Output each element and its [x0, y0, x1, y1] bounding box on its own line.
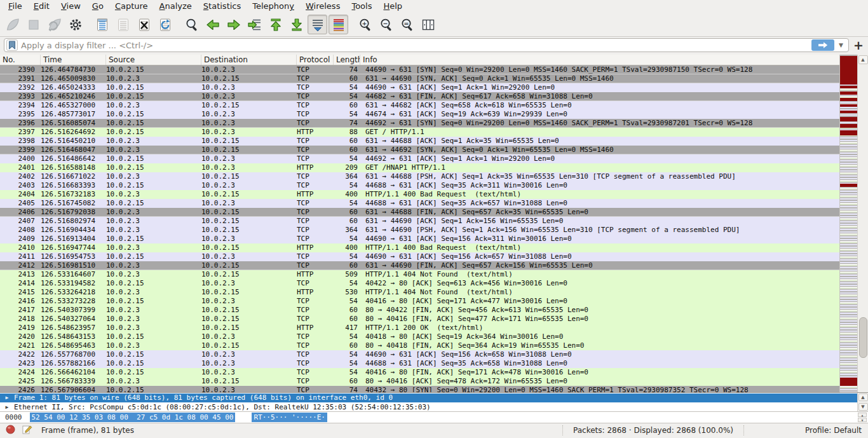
packet-row[interactable]: 2406126.51679203810.0.2.310.0.2.15TCP606…: [0, 208, 839, 217]
packet-row[interactable]: 2392126.46502433310.0.2.1510.0.2.3TCP544…: [0, 83, 839, 92]
zoom-out-icon[interactable]: −: [376, 15, 396, 34]
packet-row[interactable]: 2425126.56678333910.0.2.310.0.2.15TCP608…: [0, 377, 839, 386]
hex-bytes[interactable]: 52 54 00 12 35 03 08 00 27 c5 0d 1c 08 0…: [30, 413, 236, 422]
packet-row[interactable]: 2411126.51695475310.0.2.1510.0.2.3TCP544…: [0, 252, 839, 261]
detail-line[interactable]: ▶Ethernet II, Src: PcsCompu c5:0d:1c (08…: [0, 403, 857, 411]
column-header-time[interactable]: Time: [41, 55, 106, 65]
menu-analyze[interactable]: Analyze: [154, 1, 198, 12]
menu-tools[interactable]: Tools: [346, 1, 377, 12]
column-header-source[interactable]: Source: [106, 55, 201, 65]
packet-row[interactable]: 2420126.54864315310.0.2.1510.0.2.3TCP544…: [0, 332, 839, 341]
packet-row[interactable]: 2404126.51673218310.0.2.310.0.2.15HTTP40…: [0, 190, 839, 199]
menu-telephony[interactable]: Telephony: [247, 1, 300, 12]
apply-filter-button[interactable]: [811, 39, 834, 51]
stop-capture-icon[interactable]: [24, 15, 43, 34]
menu-go[interactable]: Go: [86, 1, 109, 12]
packet-row[interactable]: 2398126.51645021010.0.2.310.0.2.15TCP606…: [0, 137, 839, 146]
bytes-scroll-down-icon[interactable]: ▼: [858, 418, 867, 422]
reload-file-icon[interactable]: [155, 15, 175, 34]
go-last-icon[interactable]: [287, 15, 306, 34]
packet-row[interactable]: 2413126.53316460710.0.2.310.0.2.15HTTP50…: [0, 270, 839, 279]
detail-line[interactable]: ▶Frame 1: 81 bytes on wire (648 bits), 8…: [0, 394, 857, 402]
packet-row[interactable]: 2412126.51698151010.0.2.310.0.2.15TCP606…: [0, 261, 839, 270]
packet-src: 10.0.2.3: [106, 270, 201, 279]
packet-row[interactable]: 2402126.51667102210.0.2.310.0.2.15TCP364…: [0, 172, 839, 181]
expand-arrow-icon[interactable]: ▶: [0, 394, 14, 402]
packet-row[interactable]: 2416126.53327322810.0.2.1510.0.2.3TCP544…: [0, 297, 839, 306]
packet-row[interactable]: 2403126.51668339310.0.2.1510.0.2.3TCP544…: [0, 181, 839, 190]
packet-row[interactable]: 2407126.51680297410.0.2.310.0.2.15TCP606…: [0, 217, 839, 226]
packet-row[interactable]: 2417126.54030739910.0.2.310.0.2.15TCP608…: [0, 306, 839, 315]
hex-ascii[interactable]: RT··5··· '·····E·: [252, 413, 327, 422]
display-filter-input[interactable]: Apply a display filter ... <Ctrl-/> ▼: [4, 38, 849, 52]
go-forward-icon[interactable]: [224, 15, 243, 34]
packet-row[interactable]: 2409126.51691340410.0.2.1510.0.2.3TCP544…: [0, 235, 839, 243]
packet-row[interactable]: 2418126.54032706410.0.2.310.0.2.15TCP608…: [0, 315, 839, 324]
start-capture-icon[interactable]: [3, 15, 22, 34]
status-profile[interactable]: Profile: Default: [805, 426, 862, 435]
packet-row[interactable]: 2421126.54869546310.0.2.310.0.2.15TCP608…: [0, 341, 839, 350]
resize-columns-icon[interactable]: [418, 15, 438, 34]
menu-help[interactable]: Help: [377, 1, 408, 12]
packet-row[interactable]: 2395126.48577301710.0.2.1510.0.2.3TCP544…: [0, 110, 839, 119]
packet-list-scrollbar[interactable]: ▲: [857, 55, 868, 392]
go-back-icon[interactable]: [203, 15, 222, 34]
menu-file[interactable]: File: [3, 1, 28, 12]
bytes-scroll-up-icon[interactable]: ▲: [858, 413, 867, 417]
details-scrollbar[interactable]: ▲ ▼: [857, 393, 868, 411]
packet-row[interactable]: 2391126.46500983010.0.2.310.0.2.15TCP606…: [0, 74, 839, 83]
packet-row[interactable]: 2394126.46532700010.0.2.310.0.2.15TCP606…: [0, 101, 839, 110]
menu-view[interactable]: View: [55, 1, 86, 12]
colorize-icon[interactable]: [329, 15, 348, 34]
expand-arrow-icon[interactable]: ▶: [0, 403, 14, 411]
column-header-no[interactable]: No.: [0, 55, 41, 65]
add-filter-button[interactable]: +: [853, 39, 864, 51]
go-first-icon[interactable]: [266, 15, 285, 34]
expert-info-icon[interactable]: [5, 424, 16, 437]
packet-row[interactable]: 2419126.54862395710.0.2.310.0.2.15HTTP41…: [0, 324, 839, 332]
packet-row[interactable]: 2399126.51646804710.0.2.310.0.2.15TCP606…: [0, 146, 839, 154]
packet-row[interactable]: 2390126.46478473010.0.2.1510.0.2.3TCP744…: [0, 65, 839, 74]
auto-scroll-icon[interactable]: [308, 15, 327, 34]
menu-wireless[interactable]: Wireless: [300, 1, 346, 12]
packet-row[interactable]: 2424126.56646210410.0.2.1510.0.2.3TCP544…: [0, 368, 839, 377]
packet-row[interactable]: 2415126.53326421810.0.2.310.0.2.15HTTP53…: [0, 288, 839, 297]
packet-minimap[interactable]: [839, 55, 857, 392]
menu-statistics[interactable]: Statistics: [198, 1, 247, 12]
packet-row[interactable]: 2393126.46521024610.0.2.1510.0.2.3TCP544…: [0, 92, 839, 101]
save-file-icon[interactable]: [113, 15, 133, 34]
column-header-length[interactable]: Length: [334, 55, 360, 65]
packet-row[interactable]: 2400126.51648664210.0.2.1510.0.2.3TCP544…: [0, 154, 839, 163]
open-file-icon[interactable]: [92, 15, 112, 34]
column-header-destination[interactable]: Destination: [201, 55, 297, 65]
filter-dropdown-caret-icon[interactable]: ▼: [837, 42, 846, 48]
packet-row[interactable]: 2397126.51626469210.0.2.1510.0.2.3HTTP88…: [0, 128, 839, 137]
packet-row[interactable]: 2396126.51608507410.0.2.1510.0.2.3TCP744…: [0, 119, 839, 128]
capture-options-icon[interactable]: [65, 15, 85, 34]
packet-row[interactable]: 2401126.51658814810.0.2.1510.0.2.3HTTP20…: [0, 163, 839, 172]
packet-row[interactable]: 2414126.53319458210.0.2.1510.0.2.3TCP544…: [0, 279, 839, 288]
find-packet-icon[interactable]: [182, 15, 201, 34]
column-header-info[interactable]: Info: [360, 55, 839, 65]
zoom-in-icon[interactable]: +: [355, 15, 375, 34]
filter-bookmark-icon[interactable]: [6, 39, 18, 51]
restart-capture-icon[interactable]: [44, 15, 64, 34]
scroll-up-arrow-icon[interactable]: ▲: [858, 55, 868, 64]
go-to-packet-icon[interactable]: [245, 15, 264, 34]
packet-row[interactable]: 2410126.51694774410.0.2.310.0.2.15HTTP40…: [0, 243, 839, 252]
packet-row[interactable]: 2423126.55788216610.0.2.1510.0.2.3TCP544…: [0, 359, 839, 368]
bytes-scrollbar[interactable]: ▲▼: [858, 413, 867, 422]
close-file-icon[interactable]: [134, 15, 154, 34]
capture-comment-icon[interactable]: [22, 424, 32, 437]
packet-row[interactable]: 2408126.51690443410.0.2.310.0.2.15TCP364…: [0, 226, 839, 235]
packet-row[interactable]: 2426126.56790660410.0.2.1510.0.2.3TCP744…: [0, 386, 839, 392]
column-header-protocol[interactable]: Protocol: [297, 55, 334, 65]
zoom-reset-icon[interactable]: =: [397, 15, 417, 34]
menu-edit[interactable]: Edit: [28, 1, 55, 12]
details-scroll-up-icon[interactable]: ▲: [858, 394, 868, 401]
scrollbar-thumb[interactable]: [859, 317, 867, 358]
details-scroll-down-icon[interactable]: ▼: [858, 403, 868, 411]
menu-capture[interactable]: Capture: [109, 1, 154, 12]
packet-row[interactable]: 2422126.55776870010.0.2.1510.0.2.3TCP544…: [0, 350, 839, 359]
packet-row[interactable]: 2405126.51674508210.0.2.1510.0.2.3TCP544…: [0, 199, 839, 208]
